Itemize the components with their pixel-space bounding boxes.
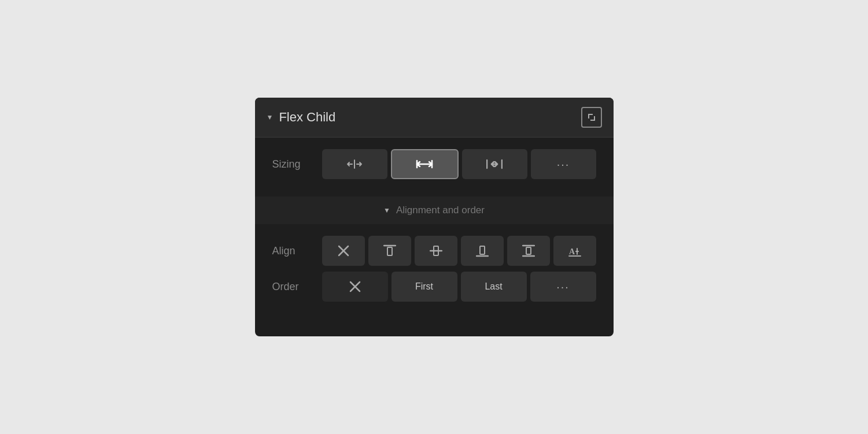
sizing-more-button[interactable]: ···	[531, 149, 596, 179]
panel-title: Flex Child	[279, 110, 335, 125]
order-row: Order First Last	[272, 272, 596, 302]
panel-header: ▼ Flex Child	[255, 98, 614, 138]
order-label: Order	[272, 281, 313, 293]
align-row: Align	[272, 236, 596, 266]
sizing-row: Sizing	[272, 149, 596, 179]
sizing-expand-button[interactable]	[391, 149, 459, 179]
align-center-button[interactable]	[415, 236, 457, 266]
sizing-label: Sizing	[272, 158, 313, 170]
sizing-shrink-button[interactable]	[322, 149, 387, 179]
svg-text:A: A	[569, 247, 575, 256]
more-dots: ···	[557, 158, 570, 171]
svg-rect-18	[526, 247, 531, 254]
align-baseline-button[interactable]: A	[553, 236, 596, 266]
align-bottom-button[interactable]	[461, 236, 504, 266]
sizing-section: Sizing	[255, 138, 614, 196]
alignment-section-label: Alignment and order	[396, 205, 485, 216]
sizing-fixed-button[interactable]	[462, 149, 527, 179]
alignment-chevron[interactable]: ▼	[383, 206, 390, 214]
svg-rect-10	[387, 247, 392, 255]
align-section: Align	[255, 224, 614, 319]
align-stretch-button[interactable]	[507, 236, 550, 266]
alignment-section-header: ▼ Alignment and order	[255, 196, 614, 224]
align-label: Align	[272, 245, 313, 257]
sizing-btn-group: ···	[322, 149, 596, 179]
corner-icon-button[interactable]	[581, 107, 602, 128]
svg-rect-15	[480, 246, 485, 254]
order-first-button[interactable]: First	[391, 272, 457, 302]
order-more-dots: ···	[556, 280, 570, 294]
order-more-button[interactable]: ···	[530, 272, 596, 302]
align-btn-group: A	[322, 236, 596, 266]
align-none-button[interactable]	[322, 236, 365, 266]
flex-child-panel: ▼ Flex Child Sizing	[255, 98, 614, 336]
order-first-label: First	[415, 281, 433, 292]
align-top-button[interactable]	[368, 236, 411, 266]
order-btn-group: First Last ···	[322, 272, 596, 302]
order-none-button[interactable]	[322, 272, 388, 302]
panel-title-group: ▼ Flex Child	[267, 110, 336, 125]
order-last-label: Last	[485, 281, 502, 292]
order-last-button[interactable]: Last	[461, 272, 527, 302]
collapse-chevron[interactable]: ▼	[267, 113, 274, 121]
